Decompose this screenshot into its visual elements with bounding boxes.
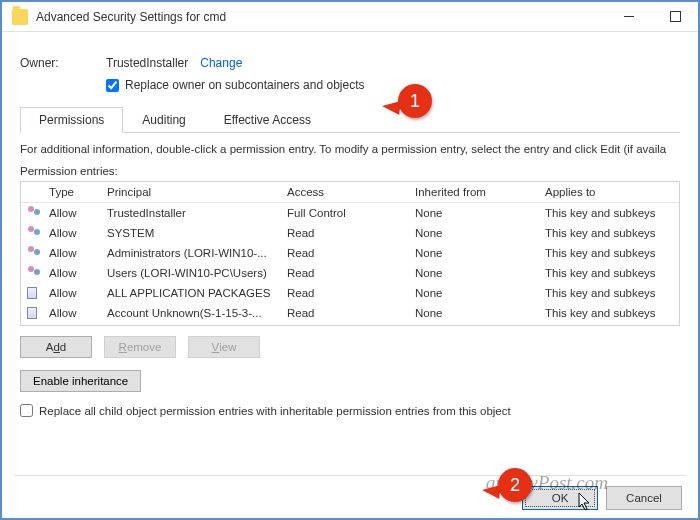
window-title: Advanced Security Settings for cmd — [36, 10, 226, 24]
col-access[interactable]: Access — [281, 182, 409, 202]
ok-button[interactable]: OK — [522, 486, 598, 510]
table-row[interactable]: AllowUsers (LORI-WIN10-PC\Users)ReadNone… — [21, 263, 679, 283]
key-icon — [27, 307, 37, 319]
add-button[interactable]: Add — [20, 336, 92, 358]
owner-label: Owner: — [20, 56, 106, 70]
group-icon — [27, 246, 37, 260]
group-icon — [27, 226, 37, 240]
replace-all-checkbox[interactable] — [20, 404, 33, 417]
group-icon — [27, 206, 37, 220]
replace-owner-checkbox[interactable] — [106, 79, 119, 92]
key-icon — [27, 287, 37, 299]
maximize-button[interactable] — [652, 2, 698, 32]
group-icon — [27, 266, 37, 280]
table-row[interactable]: AllowALL APPLICATION PACKAGESReadNoneThi… — [21, 283, 679, 303]
tab-effective-access[interactable]: Effective Access — [205, 107, 330, 133]
table-row[interactable]: AllowAdministrators (LORI-WIN10-...ReadN… — [21, 243, 679, 263]
info-text: For additional information, double-click… — [20, 143, 680, 155]
permission-entries-table: Type Principal Access Inherited from App… — [20, 181, 680, 326]
minimize-button[interactable] — [606, 2, 652, 32]
table-row[interactable]: AllowSYSTEMReadNoneThis key and subkeys — [21, 223, 679, 243]
tab-auditing[interactable]: Auditing — [123, 107, 204, 133]
col-applies[interactable]: Applies to — [539, 182, 679, 202]
owner-value: TrustedInstaller — [106, 56, 188, 70]
view-button: View — [188, 336, 260, 358]
folder-icon — [12, 9, 28, 25]
table-row[interactable]: AllowTrustedInstallerFull ControlNoneThi… — [21, 203, 679, 223]
tab-permissions[interactable]: Permissions — [20, 107, 123, 133]
cancel-button[interactable]: Cancel — [606, 486, 682, 510]
col-type[interactable]: Type — [43, 182, 101, 202]
table-row[interactable]: AllowAccount Unknown(S-1-15-3-...ReadNon… — [21, 303, 679, 323]
window-titlebar: Advanced Security Settings for cmd — [2, 2, 698, 32]
change-owner-link[interactable]: Change — [200, 56, 242, 70]
replace-all-label: Replace all child object permission entr… — [39, 405, 511, 417]
enable-inheritance-button[interactable]: Enable inheritance — [20, 370, 141, 392]
col-principal[interactable]: Principal — [101, 182, 281, 202]
remove-button: Remove — [104, 336, 176, 358]
permission-entries-label: Permission entries: — [20, 165, 680, 177]
replace-owner-label: Replace owner on subcontainers and objec… — [125, 78, 364, 92]
col-inherited[interactable]: Inherited from — [409, 182, 539, 202]
